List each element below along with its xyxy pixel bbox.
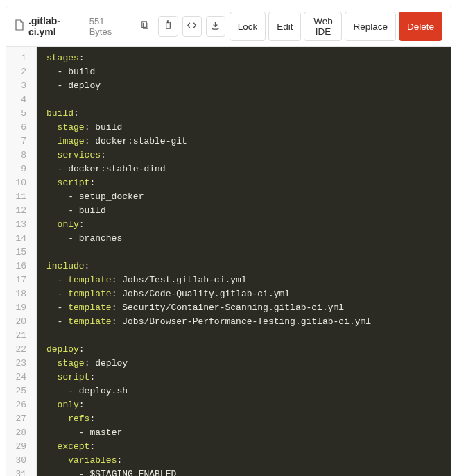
- code-line: - deploy: [46, 79, 451, 93]
- line-number[interactable]: 7: [6, 135, 31, 148]
- code-line: stage: deploy: [46, 357, 451, 371]
- code-line: - template: Jobs/Browser-Performance-Tes…: [46, 315, 451, 329]
- code-line: services:: [46, 148, 451, 162]
- code-line: - branches: [46, 232, 451, 246]
- copy-path-button[interactable]: [135, 16, 155, 37]
- line-number[interactable]: 26: [6, 398, 31, 412]
- code-line: only:: [46, 218, 451, 232]
- code-line: - template: Jobs/Code-Quality.gitlab-ci.…: [46, 287, 451, 301]
- line-number[interactable]: 23: [6, 357, 31, 371]
- line-number[interactable]: 4: [6, 93, 31, 107]
- edit-button[interactable]: Edit: [268, 12, 301, 41]
- code-line: script:: [46, 371, 451, 384]
- code-line: deploy:: [46, 343, 451, 357]
- line-number[interactable]: 30: [6, 454, 31, 468]
- file-name: .gitlab-ci.yml: [28, 15, 84, 37]
- line-number[interactable]: 12: [6, 204, 31, 218]
- code-line: stage: build: [46, 121, 451, 135]
- code-line: - docker:stable-dind: [46, 162, 451, 176]
- line-number[interactable]: 27: [6, 412, 31, 426]
- line-number[interactable]: 22: [6, 343, 31, 357]
- file-icon: [15, 19, 24, 33]
- file-viewer: .gitlab-ci.yml 551 Bytes Lock Edit W: [6, 6, 451, 476]
- line-number-gutter: 1234567891011121314151617181920212223242…: [6, 47, 37, 476]
- line-number[interactable]: 14: [6, 232, 31, 246]
- clipboard-icon: [163, 20, 173, 33]
- code-line: image: docker:stable-git: [46, 135, 451, 148]
- file-toolbar: .gitlab-ci.yml 551 Bytes Lock Edit W: [6, 6, 451, 47]
- line-number[interactable]: 6: [6, 121, 31, 135]
- line-number[interactable]: 10: [6, 176, 31, 190]
- line-number[interactable]: 5: [6, 107, 31, 121]
- code-line: [46, 246, 451, 260]
- code-line: - $STAGING_ENABLED: [46, 468, 451, 476]
- code-line: except:: [46, 440, 451, 454]
- file-size: 551 Bytes: [89, 16, 127, 37]
- line-number[interactable]: 20: [6, 315, 31, 329]
- code-line: only:: [46, 398, 451, 412]
- raw-button[interactable]: [182, 16, 202, 37]
- line-number[interactable]: 13: [6, 218, 31, 232]
- line-number[interactable]: 25: [6, 384, 31, 398]
- webide-button[interactable]: Web IDE: [304, 12, 342, 41]
- line-number[interactable]: 1: [6, 51, 31, 65]
- code-line: include:: [46, 260, 451, 273]
- code-line: - template: Jobs/Test.gitlab-ci.yml: [46, 273, 451, 287]
- code-viewer: 1234567891011121314151617181920212223242…: [6, 47, 451, 476]
- line-number[interactable]: 24: [6, 371, 31, 384]
- lock-button[interactable]: Lock: [230, 12, 266, 41]
- line-number[interactable]: 3: [6, 79, 31, 93]
- line-number[interactable]: 9: [6, 162, 31, 176]
- code-line: build:: [46, 107, 451, 121]
- line-number[interactable]: 28: [6, 426, 31, 440]
- copy-contents-button[interactable]: [158, 16, 178, 37]
- code-line: - deploy.sh: [46, 384, 451, 398]
- line-number[interactable]: 29: [6, 440, 31, 454]
- line-number[interactable]: 17: [6, 273, 31, 287]
- code-line: - build: [46, 65, 451, 79]
- line-number[interactable]: 2: [6, 65, 31, 79]
- code-line: [46, 93, 451, 107]
- action-buttons: Lock Edit Web IDE Replace Delete: [230, 12, 442, 41]
- code-line: stages:: [46, 51, 451, 65]
- delete-button[interactable]: Delete: [399, 12, 442, 41]
- line-number[interactable]: 19: [6, 301, 31, 315]
- replace-button[interactable]: Replace: [345, 12, 396, 41]
- download-button[interactable]: [206, 16, 225, 37]
- line-number[interactable]: 18: [6, 287, 31, 301]
- line-number[interactable]: 16: [6, 260, 31, 273]
- code-line: refs:: [46, 412, 451, 426]
- code-line: [46, 329, 451, 343]
- code-content[interactable]: stages: - build - deploy build: stage: b…: [37, 47, 451, 476]
- line-number[interactable]: 31: [6, 468, 31, 476]
- code-line: script:: [46, 176, 451, 190]
- code-line: - master: [46, 426, 451, 440]
- line-number[interactable]: 15: [6, 246, 31, 260]
- code-line: variables:: [46, 454, 451, 468]
- code-line: - setup_docker: [46, 190, 451, 204]
- download-icon: [210, 20, 221, 33]
- line-number[interactable]: 21: [6, 329, 31, 343]
- line-number[interactable]: 8: [6, 148, 31, 162]
- code-line: - build: [46, 204, 451, 218]
- code-icon: [187, 20, 197, 33]
- code-line: - template: Security/Container-Scanning.…: [46, 301, 451, 315]
- line-number[interactable]: 11: [6, 190, 31, 204]
- copy-icon: [139, 20, 150, 33]
